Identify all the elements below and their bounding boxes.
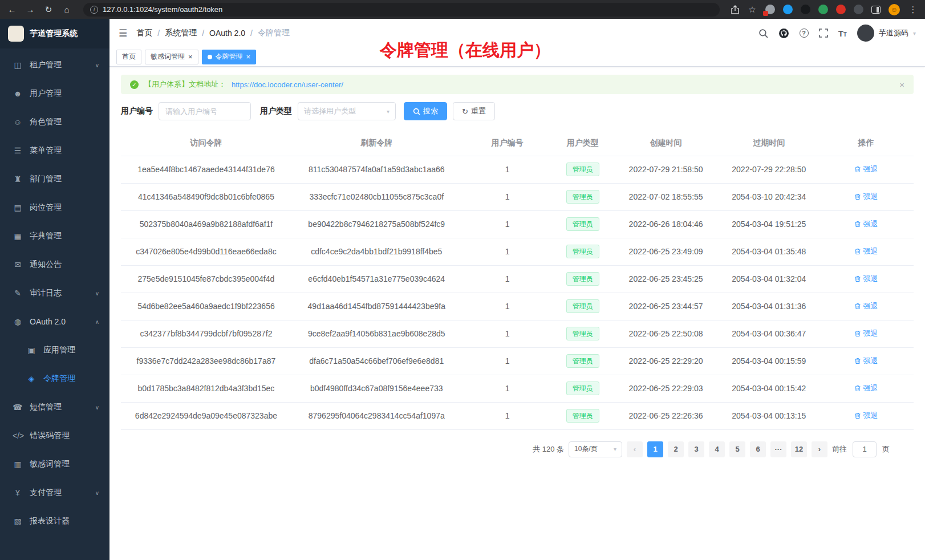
forward-icon[interactable]: →	[25, 5, 35, 14]
force-logout-button[interactable]: 强退	[854, 246, 878, 257]
user-type-label: 用户类型	[260, 106, 292, 116]
page-button-5[interactable]: 5	[729, 441, 745, 457]
goto-label: 前往	[832, 444, 847, 455]
browser-chrome: ← → ↻ ⌂ i 127.0.0.1:1024/system/oauth2/t…	[0, 0, 925, 19]
force-logout-button[interactable]: 强退	[854, 356, 878, 366]
sidebar-item-user[interactable]: ☻ 用户管理	[0, 79, 109, 108]
address-bar[interactable]: i 127.0.0.1:1024/system/oauth2/token	[83, 3, 720, 17]
app-icon: ▣	[26, 346, 36, 355]
page-button-4[interactable]: 4	[709, 441, 725, 457]
expire-time-cell: 2054-03-10 20:42:34	[719, 183, 818, 210]
github-icon[interactable]	[778, 28, 789, 39]
extension-icon[interactable]	[783, 5, 793, 14]
sidebar-item-oauth2-app[interactable]: ▣ 应用管理	[0, 336, 109, 364]
back-icon[interactable]: ←	[7, 5, 17, 14]
sidebar-item-menu[interactable]: ☰ 菜单管理	[0, 136, 109, 165]
next-page-button[interactable]: ›	[812, 441, 827, 457]
user-menu[interactable]: 芋道源码 ▾	[857, 25, 916, 42]
goto-page-input[interactable]	[853, 441, 877, 457]
sidebar-item-sms[interactable]: ☎ 短信管理 ∨	[0, 393, 109, 421]
extension-icon[interactable]	[801, 5, 810, 14]
tab-token[interactable]: 令牌管理 ×	[202, 50, 257, 64]
search-form: 用户编号 用户类型 请选择用户类型 ▾ 搜索 ↻ 重置	[121, 102, 914, 120]
user-id-input[interactable]	[159, 102, 251, 120]
doc-link[interactable]: https://doc.iocoder.cn/user-center/	[232, 80, 343, 89]
breadcrumb-item[interactable]: 系统管理	[165, 28, 197, 38]
page-size-select[interactable]: 10条/页 ▾	[569, 441, 622, 457]
screen: ← → ↻ ⌂ i 127.0.0.1:1024/system/oauth2/t…	[0, 0, 925, 560]
search-button[interactable]: 搜索	[404, 102, 447, 120]
app-logo[interactable]: 芋道管理系统	[0, 19, 109, 48]
close-icon[interactable]: ×	[188, 53, 193, 60]
bookmark-star-icon[interactable]: ☆	[747, 5, 757, 14]
extension-icon[interactable]	[854, 5, 863, 14]
sidebar-item-oauth2[interactable]: ◍ OAuth 2.0 ∧	[0, 307, 109, 336]
column-header: 刷新令牌	[291, 131, 462, 156]
share-icon[interactable]	[731, 5, 739, 14]
extension-icon[interactable]	[836, 5, 846, 14]
sidebar-item-error-code[interactable]: </> 错误码管理	[0, 421, 109, 450]
fullscreen-icon[interactable]	[819, 29, 828, 38]
column-header: 操作	[818, 131, 914, 156]
extension-icon[interactable]	[765, 5, 775, 14]
font-size-icon[interactable]: TT	[838, 29, 847, 38]
page-button-2[interactable]: 2	[668, 441, 684, 457]
force-logout-button[interactable]: 强退	[854, 164, 878, 175]
access-token-cell: b0d1785bc3a8482f812db4a3f3bd15ec	[121, 375, 291, 402]
user-id-cell: 1	[462, 238, 553, 265]
sidebar-item-report[interactable]: ▧ 报表设计器	[0, 507, 109, 535]
force-logout-button[interactable]: 强退	[854, 219, 878, 229]
tab-home[interactable]: 首页	[116, 50, 141, 64]
breadcrumb: 首页/系统管理/OAuth 2.0/令牌管理	[136, 28, 290, 38]
user-type-badge: 管理员	[566, 299, 599, 313]
user-type-select[interactable]: 请选择用户类型 ▾	[298, 102, 396, 120]
sidebar-item-post[interactable]: ▤ 岗位管理	[0, 193, 109, 222]
info-icon[interactable]: i	[90, 6, 98, 14]
tab-sensitive-word[interactable]: 敏感词管理 ×	[145, 50, 198, 64]
chrome-menu-icon[interactable]: ⋮	[908, 5, 918, 14]
sidebar-item-oauth2-token[interactable]: ◈ 令牌管理	[0, 364, 109, 393]
refresh-icon: ↻	[462, 107, 468, 116]
user-type-badge: 管理员	[566, 272, 599, 286]
side-panel-icon[interactable]	[871, 6, 881, 14]
hamburger-icon[interactable]: ☰	[119, 27, 127, 39]
page-button-6[interactable]: 6	[750, 441, 766, 457]
sidebar-item-dept[interactable]: ♜ 部门管理	[0, 165, 109, 193]
force-logout-button[interactable]: 强退	[854, 383, 878, 393]
force-logout-button[interactable]: 强退	[854, 301, 878, 311]
sidebar-item-pay[interactable]: ¥ 支付管理 ∨	[0, 478, 109, 507]
search-icon[interactable]	[758, 29, 768, 38]
page-content: ✓ 【用户体系】文档地址： https://doc.iocoder.cn/use…	[109, 67, 925, 560]
force-logout-button[interactable]: 强退	[854, 192, 878, 202]
force-logout-button[interactable]: 强退	[854, 328, 878, 339]
breadcrumb-item[interactable]: 首页	[136, 28, 152, 38]
force-logout-button[interactable]: 强退	[854, 274, 878, 284]
sidebar-item-dict[interactable]: ▦ 字典管理	[0, 222, 109, 250]
refresh-icon[interactable]: ↻	[43, 5, 54, 14]
page-button-12[interactable]: 12	[791, 441, 807, 457]
breadcrumb-item: 令牌管理	[258, 28, 290, 38]
alert-close-icon[interactable]: ×	[899, 80, 904, 90]
breadcrumb-separator: /	[250, 29, 253, 38]
close-icon[interactable]: ×	[246, 53, 251, 60]
extension-icon[interactable]	[818, 5, 828, 14]
sidebar-item-tenant[interactable]: ◫ 租户管理 ∨	[0, 51, 109, 79]
home-icon[interactable]: ⌂	[62, 5, 72, 14]
tabs-bar: 首页 敏感词管理 × 令牌管理 ×	[109, 47, 925, 67]
page-button-3[interactable]: 3	[688, 441, 704, 457]
help-icon[interactable]: ?	[800, 29, 809, 38]
doc-alert: ✓ 【用户体系】文档地址： https://doc.iocoder.cn/use…	[121, 75, 914, 94]
breadcrumb-item[interactable]: OAuth 2.0	[209, 29, 245, 38]
prev-page-button[interactable]: ‹	[627, 441, 643, 457]
sidebar-item-notice[interactable]: ✉ 通知公告	[0, 250, 109, 279]
profile-avatar-icon[interactable]: ☺	[889, 4, 900, 15]
reset-button[interactable]: ↻ 重置	[453, 102, 495, 120]
sidebar-item-audit-log[interactable]: ✎ 审计日志 ∨	[0, 279, 109, 307]
force-logout-button[interactable]: 强退	[854, 411, 878, 421]
sidebar-item-sensitive-word[interactable]: ▥ 敏感词管理	[0, 450, 109, 478]
sidebar-item-role[interactable]: ☺ 角色管理	[0, 108, 109, 136]
page-more-button[interactable]: ···	[770, 441, 786, 457]
user-id-cell: 1	[462, 402, 553, 429]
page-button-1[interactable]: 1	[647, 441, 663, 457]
refresh-token-cell: cdfc4ce9c2da4bb1bdf21b9918ff4be5	[291, 238, 462, 265]
